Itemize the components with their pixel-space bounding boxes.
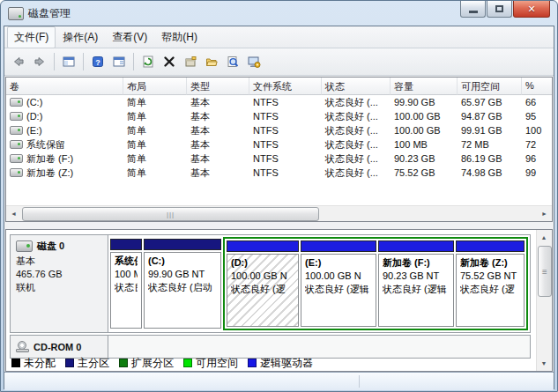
partition-status: 状态良好 (逻辑	[305, 283, 372, 296]
volume-layout: 简单	[123, 152, 187, 166]
volume-free: 99.91 GB	[458, 125, 522, 136]
logical-partition-strip	[227, 240, 299, 252]
volume-fs: NTFS	[249, 111, 322, 122]
extended-partition-region: (D:) 100.00 GB N 状态良好 (逻 (E:) 100.00 GB …	[223, 237, 528, 330]
partition-system-reserved[interactable]: 系统保留 100 MB 状态良好	[110, 239, 142, 329]
partition-name: 新加卷 (Z:)	[460, 256, 520, 270]
delete-icon[interactable]	[160, 52, 179, 71]
table-row[interactable]: 新加卷 (F:) 简单 基本 NTFS 状态良好 (... 90.23 GB 8…	[6, 152, 552, 166]
volume-capacity: 99.90 GB	[391, 97, 458, 107]
toolbar: ?	[4, 48, 554, 76]
back-arrow-icon[interactable]	[9, 52, 28, 71]
partition-e[interactable]: (E:) 100.00 GB N 状态良好 (逻辑	[301, 240, 376, 327]
open-folder-icon[interactable]	[202, 52, 221, 71]
volume-percent: 66	[522, 97, 553, 107]
menu-file[interactable]: 文件(F)	[7, 26, 56, 48]
disk0-info-panel[interactable]: 磁盘 0 基本 465.76 GB 联机	[11, 235, 108, 332]
volume-list-header: 卷 布局 类型 文件系统 状态 容量 可用空间 %	[6, 78, 552, 95]
volume-percent: 100	[522, 125, 553, 136]
disk-management-window: 磁盘管理 ✕ 文件(F) 操作(A) 查看(V) 帮助(H)	[0, 0, 558, 392]
vertical-scrollbar[interactable]	[536, 230, 552, 371]
column-header-free[interactable]: 可用空间	[458, 78, 522, 95]
titlebar: 磁盘管理 ✕	[4, 1, 554, 26]
console-tree-icon[interactable]	[59, 52, 78, 71]
scroll-left-icon[interactable]	[6, 206, 21, 220]
volume-percent: 95	[522, 111, 553, 122]
partition-size: 100.00 GB N	[231, 270, 294, 283]
table-row[interactable]: 新加卷 (Z:) 简单 基本 NTFS 状态良好 (... 75.52 GB 7…	[6, 166, 552, 180]
properties-icon[interactable]	[181, 52, 200, 71]
table-row[interactable]: (C:) 简单 基本 NTFS 状态良好 (... 99.90 GB 65.97…	[6, 95, 552, 109]
volume-status: 状态良好 (...	[322, 96, 391, 109]
cdrom-info-panel[interactable]: CD-ROM 0	[11, 336, 108, 358]
maximize-button[interactable]	[487, 1, 512, 18]
menu-bar: 文件(F) 操作(A) 查看(V) 帮助(H)	[4, 26, 554, 48]
volume-fs: NTFS	[249, 167, 322, 178]
legend-label: 逻辑驱动器	[260, 356, 313, 371]
computer-manage-icon[interactable]	[244, 52, 264, 71]
partition-track: 系统保留 100 MB 状态良好 (C:) 99.90 GB NT 状态良好 (…	[108, 235, 530, 332]
volume-capacity: 100.00 GB	[391, 111, 458, 122]
partition-name: (E:)	[305, 256, 372, 270]
table-row[interactable]: 系统保留 简单 基本 NTFS 状态良好 (... 100 MB 72 MB 7…	[6, 137, 552, 152]
scrollbar-thumb[interactable]	[22, 207, 319, 221]
action-pane-icon[interactable]	[109, 52, 129, 71]
volume-layout: 简单	[123, 110, 187, 123]
partition-z[interactable]: 新加卷 (Z:) 75.52 GB NT 状态良好 (逻	[456, 240, 525, 327]
volume-status: 状态良好 (...	[322, 110, 391, 123]
forward-arrow-icon[interactable]	[30, 52, 49, 71]
column-header-percent[interactable]: %	[522, 78, 553, 95]
free-space-swatch	[183, 359, 192, 367]
column-header-filesystem[interactable]: 文件系统	[249, 78, 322, 95]
volume-capacity: 75.52 GB	[391, 167, 458, 178]
logical-partition-strip	[378, 240, 454, 252]
volume-icon	[10, 168, 23, 177]
scroll-down-icon[interactable]	[537, 357, 551, 370]
minimize-button[interactable]	[460, 1, 486, 18]
menu-action[interactable]: 操作(A)	[56, 26, 105, 48]
legend-label: 未分配	[24, 356, 56, 371]
help-icon[interactable]: ?	[88, 52, 108, 71]
primary-partition-strip	[144, 239, 221, 250]
volume-list: 卷 布局 类型 文件系统 状态 容量 可用空间 % (C:) 简单 基本 NTF…	[5, 77, 553, 222]
volume-name: 新加卷 (F:)	[26, 152, 73, 166]
partition-c[interactable]: (C:) 99.90 GB NT 状态良好 (启动	[144, 239, 221, 329]
column-header-status[interactable]: 状态	[322, 78, 391, 95]
table-row[interactable]: (E:) 简单 基本 NTFS 状态良好 (... 100.00 GB 99.9…	[6, 123, 552, 137]
scroll-right-icon[interactable]	[537, 206, 552, 220]
column-header-capacity[interactable]: 容量	[391, 78, 458, 95]
partition-name: (C:)	[148, 255, 217, 268]
refresh-icon[interactable]	[138, 52, 158, 71]
close-button[interactable]: ✕	[513, 1, 550, 18]
search-icon[interactable]	[223, 52, 242, 71]
cdrom-icon	[16, 341, 29, 352]
volume-icon	[10, 126, 23, 135]
menu-view[interactable]: 查看(V)	[105, 26, 154, 48]
window-title: 磁盘管理	[28, 6, 71, 21]
volume-status: 状态良好 (...	[322, 138, 391, 152]
horizontal-scrollbar[interactable]	[6, 205, 552, 221]
menu-help[interactable]: 帮助(H)	[154, 26, 205, 48]
partition-status: 状态良好	[115, 281, 138, 294]
table-row[interactable]: (D:) 简单 基本 NTFS 状态良好 (... 100.00 GB 94.8…	[6, 109, 552, 123]
volume-layout: 简单	[123, 138, 187, 152]
partition-f[interactable]: 新加卷 (F:) 90.23 GB NT 状态良好 (逻辑	[378, 240, 454, 327]
pane-splitter[interactable]	[4, 222, 554, 229]
volume-type: 基本	[187, 152, 249, 166]
column-header-type[interactable]: 类型	[187, 78, 249, 95]
cdrom-name: CD-ROM 0	[33, 342, 81, 352]
partition-d-selected[interactable]: (D:) 100.00 GB N 状态良好 (逻	[227, 240, 299, 327]
toolbar-separator	[83, 53, 84, 70]
volume-name: 系统保留	[26, 138, 65, 152]
volume-icon	[10, 112, 23, 121]
volume-free: 94.87 GB	[458, 111, 522, 122]
toolbar-separator	[133, 53, 134, 70]
volume-name: (E:)	[26, 125, 42, 136]
column-header-layout[interactable]: 布局	[123, 78, 187, 95]
disk0-size: 465.76 GB	[16, 268, 102, 281]
scrollbar-thumb[interactable]	[538, 246, 552, 297]
volume-free: 65.97 GB	[458, 97, 522, 107]
scroll-up-icon[interactable]	[537, 231, 551, 244]
column-header-volume[interactable]: 卷	[6, 78, 123, 95]
volume-fs: NTFS	[249, 97, 322, 107]
